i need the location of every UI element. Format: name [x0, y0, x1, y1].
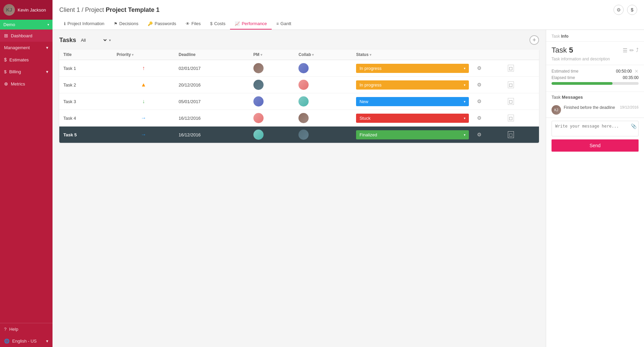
sidebar-item-metrics[interactable]: ⊕ Metrics — [0, 78, 53, 90]
priority-icon: → — [141, 132, 146, 137]
avatar: KJ — [3, 4, 15, 16]
settings-button[interactable]: ⚙ — [614, 5, 624, 15]
table-row[interactable]: Task 2 ▲ 20/12/2016 In progress ▾ ⚙ ◻ — [59, 77, 539, 93]
progress-bar — [552, 82, 639, 85]
content-area: Tasks All Active Completed ▾ + Tit — [53, 30, 644, 347]
collab-cell — [294, 127, 352, 143]
task-title-plain: Task — [552, 46, 567, 54]
dollar-icon: $ — [4, 69, 6, 74]
collab-cell — [294, 77, 352, 93]
tab-project-information[interactable]: ℹ Project Information — [59, 18, 109, 30]
sort-icon: ▾ — [370, 53, 371, 57]
table-row[interactable]: Task 1 ↑ 02/01/2017 In progress ▾ ⚙ ◻ — [59, 60, 539, 77]
help-icon: ? — [4, 327, 6, 332]
col-collab[interactable]: Collab▾ — [294, 50, 352, 60]
tab-performance[interactable]: 📈 Performance — [230, 18, 271, 30]
task-name: Task 2 — [63, 82, 76, 88]
status-cell: Stuck ▾ — [352, 110, 473, 127]
collab-cell — [294, 110, 352, 127]
list-view-button[interactable]: ☰ — [623, 47, 627, 54]
sidebar-item-estimates[interactable]: $ Estimates — [0, 54, 53, 66]
gear-icon[interactable]: ⚙ — [477, 65, 481, 71]
col-title: Title — [59, 50, 112, 60]
deadline-cell: 05/01/2017 — [174, 93, 249, 110]
priority-icon: ↓ — [142, 98, 145, 104]
task-name-cell: Task 1 — [59, 60, 112, 77]
sidebar-item-language[interactable]: 🌐 English - US ▾ — [0, 335, 53, 347]
status-cell: In progress ▾ — [352, 60, 473, 77]
table-row[interactable]: Task 3 ↓ 05/01/2017 New ▾ ⚙ ◻ — [59, 93, 539, 110]
collab-avatar — [298, 130, 309, 140]
avatar-initials: KJ — [554, 108, 558, 112]
delete-icon[interactable]: ◻ — [508, 98, 514, 105]
delete-icon[interactable]: ◻ — [508, 131, 514, 138]
gear-icon[interactable]: ⚙ — [477, 132, 481, 137]
avatar-initials: KJ — [6, 7, 12, 13]
status-badge[interactable]: New ▾ — [356, 97, 469, 106]
breadcrumb-project: Project Template 1 — [106, 6, 160, 13]
task-name-cell: Task 5 — [59, 127, 112, 143]
delete-icon[interactable]: ◻ — [508, 81, 514, 88]
gear-icon[interactable]: ⚙ — [477, 82, 481, 88]
chevron-down-icon: ▾ — [109, 38, 111, 42]
chevron-down-icon: ▾ — [464, 83, 465, 87]
message-row: Finished before the deadline 19/12/2016 — [564, 105, 639, 110]
filter-select[interactable]: All Active Completed — [80, 37, 108, 43]
status-badge[interactable]: In progress ▾ — [356, 80, 469, 90]
sidebar-item-dashboard[interactable]: ⊞ Dashboard — [0, 30, 53, 42]
status-badge[interactable]: Finalized ▾ — [356, 130, 469, 139]
tab-label: Files — [191, 21, 201, 26]
deadline-cell: 16/12/2016 — [174, 110, 249, 127]
priority-cell: ▲ — [112, 77, 174, 93]
gear-icon[interactable]: ⚙ — [477, 115, 481, 121]
table-row[interactable]: Task 5 → 16/12/2016 Finalized ▾ ⚙ ◻ — [59, 127, 539, 143]
sidebar-item-billing[interactable]: $ Billing ▾ — [0, 66, 53, 78]
pm-cell — [249, 110, 295, 127]
table-row[interactable]: Task 4 → 16/12/2016 Stuck ▾ ⚙ ◻ — [59, 110, 539, 127]
share-button[interactable]: ⤴ — [636, 47, 639, 54]
edit-button[interactable]: ✏ — [629, 47, 634, 54]
add-task-button[interactable]: + — [529, 35, 539, 45]
delete-cell: ◻ — [504, 110, 539, 127]
status-badge[interactable]: In progress ▾ — [356, 64, 469, 73]
deadline-cell: 16/12/2016 — [174, 127, 249, 143]
billing-button[interactable]: $ — [627, 5, 637, 15]
tab-passwords[interactable]: 🔑 Passwords — [143, 18, 181, 30]
task-name-cell: Task 4 — [59, 110, 112, 127]
collab-cell — [294, 93, 352, 110]
sidebar-item-help[interactable]: ? Help — [0, 323, 53, 335]
task-name: Task 4 — [63, 116, 76, 121]
cancel-time-button[interactable]: ✕ — [635, 69, 639, 74]
sidebar-item-label: Dashboard — [11, 33, 33, 38]
delete-icon[interactable]: ◻ — [508, 115, 514, 121]
tab-gantt[interactable]: ≡ Gantt — [272, 18, 296, 30]
tab-files[interactable]: 👁 Files — [181, 18, 205, 30]
sidebar-item-management[interactable]: Management ▾ — [0, 42, 53, 54]
pm-avatar — [253, 113, 264, 123]
attachment-button[interactable]: 📎 — [631, 123, 637, 129]
gear-icon[interactable]: ⚙ — [477, 98, 481, 104]
pm-avatar — [253, 63, 264, 73]
chevron-down-icon: ▾ — [47, 23, 49, 26]
status-cell: Finalized ▾ — [352, 127, 473, 143]
estimated-time-value: 00:50:00 — [616, 69, 632, 74]
send-button[interactable]: Send — [552, 139, 639, 152]
delete-icon[interactable]: ◻ — [508, 65, 514, 72]
sidebar-item-label: Billing — [9, 69, 21, 74]
gear-cell: ⚙ — [473, 60, 504, 77]
tab-costs[interactable]: $ Costs — [206, 18, 230, 30]
tab-decisions[interactable]: ⚑ Decisions — [109, 18, 143, 30]
col-pm[interactable]: PM▾ — [249, 50, 295, 60]
message-input[interactable] — [552, 121, 639, 136]
collab-avatar — [298, 113, 309, 123]
col-status[interactable]: Status▾ — [352, 50, 473, 60]
task-info-label: Task — [552, 34, 560, 39]
col-priority[interactable]: Priority▾ — [112, 50, 174, 60]
sidebar-demo-selector[interactable]: Demo ▾ — [0, 20, 53, 30]
key-icon: 🔑 — [148, 21, 153, 26]
chevron-down-icon: ▾ — [46, 339, 48, 344]
collab-avatar — [298, 80, 309, 90]
status-badge[interactable]: Stuck ▾ — [356, 114, 469, 123]
tasks-filter[interactable]: All Active Completed ▾ — [80, 37, 111, 43]
message-text: Finished before the deadline — [564, 105, 615, 110]
